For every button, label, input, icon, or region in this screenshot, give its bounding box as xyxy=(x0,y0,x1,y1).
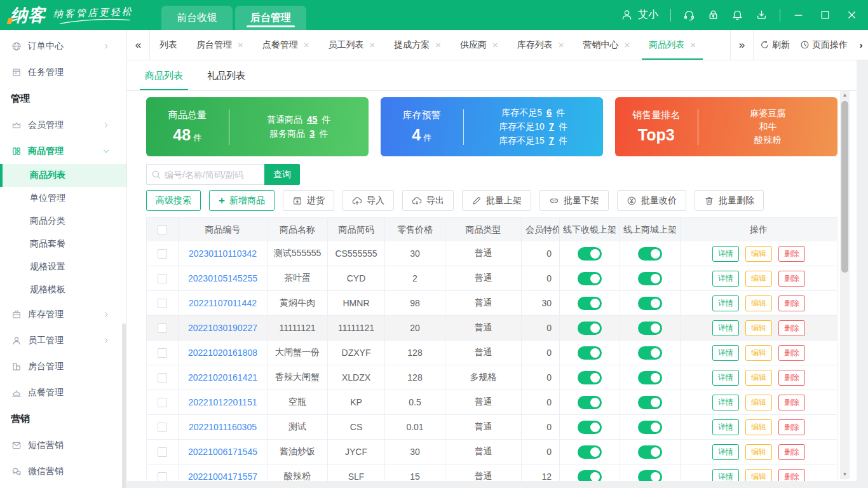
sidebar-item-17[interactable]: 微信营销 xyxy=(0,458,126,484)
row-checkbox[interactable] xyxy=(158,398,167,407)
row-action-0[interactable]: 详情 xyxy=(712,395,739,410)
product-id-link[interactable]: 20221107011442 xyxy=(189,298,257,308)
offline-shelf-toggle[interactable] xyxy=(578,272,602,285)
sidebar-item-11[interactable]: 库存管理 xyxy=(0,301,126,327)
row-action-0[interactable]: 详情 xyxy=(712,419,739,435)
row-action-0[interactable]: 详情 xyxy=(712,320,739,336)
offline-shelf-toggle[interactable] xyxy=(578,322,602,335)
collapse-tabs-button[interactable]: « xyxy=(127,30,150,60)
row-checkbox[interactable] xyxy=(158,348,167,358)
row-action-0[interactable]: 详情 xyxy=(712,345,739,361)
online-shelf-toggle[interactable] xyxy=(638,346,662,360)
online-shelf-toggle[interactable] xyxy=(638,445,662,459)
tabbar-action-0[interactable]: 刷新 xyxy=(760,39,790,51)
online-shelf-toggle[interactable] xyxy=(638,272,662,285)
online-shelf-toggle[interactable] xyxy=(638,322,662,335)
tabbar-tab-4[interactable]: 提成方案 × xyxy=(384,30,451,60)
bell-icon[interactable] xyxy=(731,9,743,21)
row-action-1[interactable]: 编辑 xyxy=(745,444,772,460)
content-tab-0[interactable]: 商品列表 xyxy=(145,70,183,90)
product-id-link[interactable]: 20221006171545 xyxy=(188,447,257,457)
content-scrollbar[interactable]: ▲ ▼ xyxy=(840,91,850,479)
tabbar-tab-2[interactable]: 点餐管理 × xyxy=(253,30,319,60)
close-tab-icon[interactable]: × xyxy=(690,39,696,50)
product-id-link[interactable]: 20221030190227 xyxy=(188,323,257,333)
tabbar-tab-3[interactable]: 员工列表 × xyxy=(319,30,385,60)
offline-shelf-toggle[interactable] xyxy=(578,396,602,409)
close-button[interactable] xyxy=(846,9,858,21)
row-action-2[interactable]: 删除 xyxy=(778,419,805,435)
row-checkbox[interactable] xyxy=(158,274,167,283)
close-tab-icon[interactable]: × xyxy=(559,39,564,50)
sidebar-item-0[interactable]: 订单中心 xyxy=(0,33,126,59)
row-action-0[interactable]: 详情 xyxy=(712,295,739,311)
product-id-link[interactable]: 20221020161421 xyxy=(188,372,257,383)
row-action-1[interactable]: 编辑 xyxy=(745,320,772,336)
product-id-link[interactable]: 20221012201151 xyxy=(189,397,257,407)
row-action-2[interactable]: 删除 xyxy=(778,395,805,410)
close-tab-icon[interactable]: × xyxy=(304,39,309,50)
row-checkbox[interactable] xyxy=(158,472,167,482)
row-action-1[interactable]: 编辑 xyxy=(745,370,772,386)
scrollbar-thumb[interactable] xyxy=(841,101,848,273)
row-action-1[interactable]: 编辑 xyxy=(745,419,772,435)
tabbar-tab-0[interactable]: 列表 xyxy=(150,30,187,60)
row-action-0[interactable]: 详情 xyxy=(712,469,739,482)
online-shelf-toggle[interactable] xyxy=(638,371,662,384)
more-arrow-icon[interactable]: › xyxy=(854,30,868,60)
toolbar-button-3[interactable]: 导入 xyxy=(342,190,394,211)
sidebar-item-12[interactable]: 员工管理 xyxy=(0,327,126,353)
tabbar-tab-6[interactable]: 库存列表 × xyxy=(508,30,574,60)
close-tab-icon[interactable]: × xyxy=(492,39,498,50)
row-action-1[interactable]: 编辑 xyxy=(745,345,772,361)
row-action-0[interactable]: 详情 xyxy=(712,246,739,262)
product-id-link[interactable]: 20221004171557 xyxy=(188,471,257,481)
toolbar-button-1[interactable]: + 新增商品 xyxy=(209,190,275,211)
product-id-link[interactable]: 20230105145255 xyxy=(188,273,257,283)
sidebar-subitem-8[interactable]: 商品套餐 xyxy=(0,233,126,255)
sidebar-subitem-9[interactable]: 规格设置 xyxy=(0,255,126,278)
online-shelf-toggle[interactable] xyxy=(638,247,662,261)
sidebar-subitem-5[interactable]: 商品列表 xyxy=(0,164,126,187)
row-checkbox[interactable] xyxy=(158,373,167,383)
row-action-1[interactable]: 编辑 xyxy=(745,271,772,287)
tabbar-tab-1[interactable]: 房台管理 × xyxy=(187,30,253,60)
row-action-1[interactable]: 编辑 xyxy=(745,295,772,311)
header-nav-tab-1[interactable]: 后台管理 xyxy=(235,6,306,30)
close-tab-icon[interactable]: × xyxy=(625,39,630,50)
row-action-2[interactable]: 删除 xyxy=(778,469,805,482)
sidebar-item-18[interactable]: 小程序营销 xyxy=(0,484,126,488)
product-id-link[interactable]: 20230110110342 xyxy=(189,248,257,259)
header-nav-tab-0[interactable]: 前台收银 xyxy=(161,6,233,30)
close-tab-icon[interactable]: × xyxy=(238,39,243,50)
row-checkbox[interactable] xyxy=(158,423,167,432)
offline-shelf-toggle[interactable] xyxy=(578,421,602,434)
row-action-2[interactable]: 删除 xyxy=(778,345,805,361)
offline-shelf-toggle[interactable] xyxy=(578,470,602,482)
content-tab-1[interactable]: 礼品列表 xyxy=(207,70,245,90)
row-action-2[interactable]: 删除 xyxy=(778,295,805,311)
sidebar-item-4[interactable]: 商品管理 xyxy=(0,138,126,164)
row-action-1[interactable]: 编辑 xyxy=(745,469,772,482)
row-action-2[interactable]: 删除 xyxy=(778,271,805,287)
download-icon[interactable] xyxy=(756,9,768,21)
close-tab-icon[interactable]: × xyxy=(435,39,441,50)
lock-icon[interactable] xyxy=(707,9,719,21)
row-action-2[interactable]: 删除 xyxy=(778,444,805,460)
online-shelf-toggle[interactable] xyxy=(638,421,662,434)
row-checkbox[interactable] xyxy=(158,299,167,308)
toolbar-button-2[interactable]: 进货 xyxy=(283,190,334,211)
toolbar-button-7[interactable]: 批量改价 xyxy=(617,190,686,211)
close-tab-icon[interactable]: × xyxy=(370,39,376,50)
tabbar-tab-5[interactable]: 供应商 × xyxy=(451,30,508,60)
row-checkbox[interactable] xyxy=(158,323,167,333)
sidebar-item-1[interactable]: 任务管理 xyxy=(0,59,126,85)
sidebar-item-14[interactable]: 点餐管理 xyxy=(0,379,126,405)
sidebar-scrollbar[interactable] xyxy=(122,323,126,488)
row-action-1[interactable]: 编辑 xyxy=(745,395,772,410)
tabbar-tab-8[interactable]: 商品列表 × xyxy=(639,30,705,60)
product-id-link[interactable]: 20221011160305 xyxy=(189,422,257,432)
search-button[interactable]: 查询 xyxy=(264,164,300,185)
sidebar-subitem-10[interactable]: 规格模板 xyxy=(0,278,126,301)
select-all-checkbox[interactable] xyxy=(158,225,167,234)
